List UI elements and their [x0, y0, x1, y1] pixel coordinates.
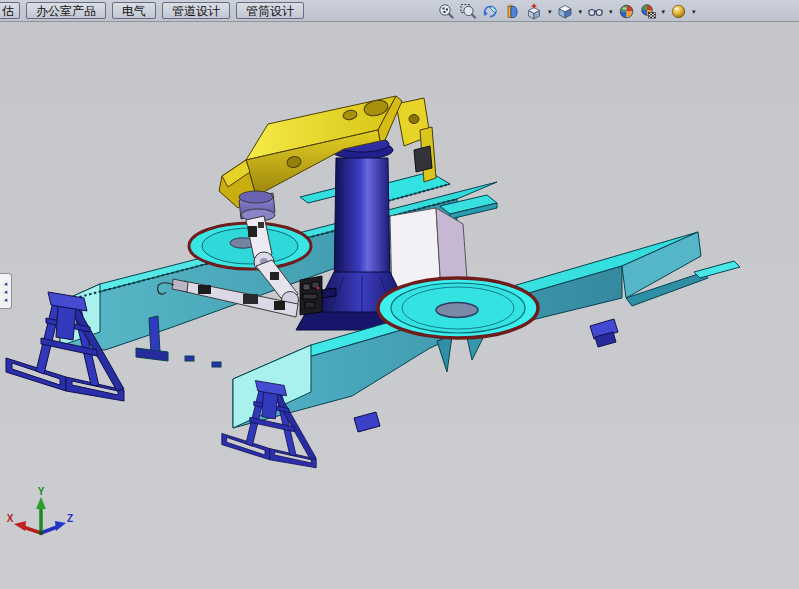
triad-z-label: Z: [67, 513, 73, 524]
collapse-arrow-icon: ◂: [4, 280, 8, 287]
tab-office-products[interactable]: 办公室产品: [26, 2, 106, 19]
tab-piping[interactable]: 管道设计: [162, 2, 230, 19]
tab-tubing[interactable]: 管筒设计: [236, 2, 304, 19]
zoom-to-fit-icon[interactable]: [437, 2, 456, 21]
zoom-to-area-icon[interactable]: [459, 2, 478, 21]
model-canvas[interactable]: Y X Z: [0, 22, 799, 589]
edit-appearance-icon[interactable]: [617, 2, 636, 21]
dropdown-caret[interactable]: ▾: [548, 2, 552, 21]
command-tab-bar: 估 办公室产品 电气 管道设计 管筒设计: [0, 0, 799, 22]
apply-scene-icon[interactable]: [639, 2, 658, 21]
rotate-view-icon[interactable]: [481, 2, 500, 21]
dropdown-caret[interactable]: ▾: [579, 2, 583, 21]
collapse-arrow-icon: ◂: [4, 296, 8, 303]
panel-collapse-button[interactable]: ◂ ◂ ◂: [0, 273, 12, 309]
right-turntable-ring[interactable]: [378, 278, 538, 338]
tab-electrical[interactable]: 电气: [112, 2, 156, 19]
view-orientation-icon[interactable]: [525, 2, 544, 21]
display-style-icon[interactable]: [556, 2, 575, 21]
triad-y-label: Y: [38, 486, 45, 497]
view-toolbar: ▾ ▾ ▾: [437, 0, 697, 22]
tab-partial-evaluate[interactable]: 估: [0, 2, 20, 19]
collapse-arrow-icon: ◂: [4, 288, 8, 295]
view-settings-icon[interactable]: [669, 2, 688, 21]
graphics-viewport[interactable]: Y X Z ◂ ◂ ◂: [0, 22, 799, 589]
triad-x-label: X: [7, 513, 14, 524]
dropdown-caret[interactable]: ▾: [692, 2, 696, 21]
section-view-icon[interactable]: [503, 2, 522, 21]
dropdown-caret[interactable]: ▾: [662, 2, 666, 21]
hide-show-items-icon[interactable]: [586, 2, 605, 21]
solidworks-window: 估 办公室产品 电气 管道设计 管筒设计: [0, 0, 799, 589]
dropdown-caret[interactable]: ▾: [609, 2, 613, 21]
